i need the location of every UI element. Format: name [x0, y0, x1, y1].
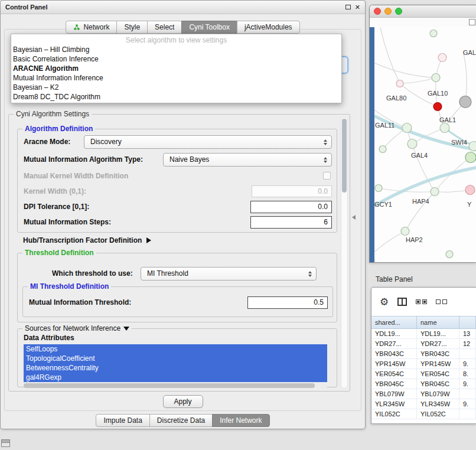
window-zoom-button[interactable]: [395, 8, 402, 15]
threshold-definition-group: Threshold Definition Which threshold to …: [17, 253, 337, 322]
network-node[interactable]: [465, 185, 475, 195]
network-node[interactable]: [446, 251, 453, 258]
minimized-panel-icon[interactable]: [1, 439, 10, 447]
tab-jactivemodules[interactable]: jActiveModules: [237, 21, 300, 34]
control-panel-titlebar[interactable]: Control Panel ✕: [1, 1, 365, 14]
network-node[interactable]: [432, 74, 440, 82]
network-node[interactable]: [433, 103, 442, 111]
network-node[interactable]: [430, 30, 437, 37]
network-window-titlebar[interactable]: [370, 5, 476, 18]
network-node[interactable]: [402, 123, 412, 133]
network-node-label: GAL10: [428, 90, 448, 97]
table-row[interactable]: YLR345WYLR345W9.: [371, 399, 476, 409]
tab-network[interactable]: Network: [66, 21, 117, 34]
window-close-button[interactable]: [374, 8, 381, 15]
top-tab-bar: Network Style Select Cyni Toolbox jActiv…: [1, 21, 365, 34]
tab-label: Impute Data: [103, 416, 142, 425]
table-cell: YIL052C: [371, 409, 417, 419]
settings-scrollbar[interactable]: [341, 117, 348, 389]
settings-scrollbar-thumb[interactable]: [342, 119, 347, 193]
dpi-tolerance-field[interactable]: 0.0: [250, 201, 332, 213]
collapse-down-icon: [123, 327, 129, 331]
network-edge[interactable]: [380, 28, 400, 84]
kernel-width-field[interactable]: 0.0: [252, 185, 332, 197]
network-node[interactable]: [440, 123, 449, 133]
column-header-clipped[interactable]: [459, 317, 476, 328]
tab-cyni-toolbox[interactable]: Cyni Toolbox: [181, 21, 237, 34]
mi-algorithm-type-combobox[interactable]: Naive Bayes: [163, 153, 332, 167]
sources-expander[interactable]: Sources for Network Inference: [22, 324, 132, 332]
algorithm-menu-item[interactable]: Bayesian – Hill Climbing: [11, 45, 341, 54]
network-edge[interactable]: [463, 51, 467, 102]
table-row[interactable]: YBR043CYBR043C: [371, 349, 476, 359]
desktop: Control Panel ✕ Network Style: [0, 0, 476, 450]
network-node[interactable]: [431, 188, 439, 196]
select-columns-icon[interactable]: [397, 298, 407, 306]
deselect-all-icon[interactable]: [436, 299, 447, 304]
algorithm-menu-item[interactable]: Bayesian – K2: [11, 83, 341, 92]
column-header-shared-name[interactable]: shared...: [371, 317, 417, 328]
tab-impute-data[interactable]: Impute Data: [96, 414, 149, 427]
birdseye-toggle-button[interactable]: [469, 19, 475, 25]
network-edge[interactable]: [374, 231, 405, 252]
network-node[interactable]: [396, 80, 403, 87]
network-node-label: HAP4: [412, 198, 429, 205]
algorithm-menu-item[interactable]: ARACNE Algorithm: [11, 64, 341, 73]
algorithm-menu-item[interactable]: Mutual Information Inference: [11, 73, 341, 83]
apply-button[interactable]: Apply: [163, 395, 203, 408]
attribute-list-item[interactable]: gal4RGexp: [24, 373, 327, 382]
attribute-list-item[interactable]: SelfLoops: [24, 344, 327, 354]
window-minimize-button[interactable]: [384, 8, 392, 15]
manual-kernel-width-checkbox[interactable]: [323, 172, 331, 180]
hub-definition-expander[interactable]: Hub/Transcription Factor Definition: [23, 236, 151, 244]
tab-style[interactable]: Style: [116, 21, 148, 34]
algorithm-menu-item[interactable]: Basic Correlation Inference: [11, 54, 341, 64]
network-node[interactable]: [375, 185, 382, 192]
table-row[interactable]: YDR27...YDR27...12: [371, 339, 476, 349]
combo-arrows-icon: [324, 157, 327, 163]
table-row[interactable]: YBL079WYBL079W: [371, 389, 476, 399]
tab-label: jActiveModules: [244, 23, 292, 31]
gear-icon[interactable]: ⚙: [380, 297, 389, 307]
algorithm-definition-title: Algorithm Definition: [22, 125, 95, 133]
unchecked-box-icon: [442, 299, 447, 304]
mi-steps-field[interactable]: 6: [250, 216, 332, 229]
network-edge[interactable]: [435, 190, 470, 193]
network-node[interactable]: [407, 139, 417, 149]
attribute-list-item[interactable]: BetweennessCentrality: [24, 363, 327, 373]
table-row[interactable]: YER054CYER054C8.: [371, 369, 476, 379]
network-canvas[interactable]: GALGAL80GAL10GAL11GAL1SWI4GAL4GCY1HAP4YH…: [374, 27, 476, 262]
network-node[interactable]: [438, 54, 446, 62]
column-header-name[interactable]: name: [417, 317, 459, 328]
panel-collapse-handle[interactable]: [352, 215, 356, 220]
tab-infer-network[interactable]: Infer Network: [212, 414, 269, 427]
table-cell: 13: [459, 329, 476, 338]
network-node[interactable]: [465, 152, 476, 163]
network-node[interactable]: [379, 146, 386, 153]
table-cell: YBR045C: [371, 379, 417, 389]
network-node[interactable]: [469, 142, 476, 151]
attributes-hscrollbar[interactable]: [24, 383, 327, 388]
network-edge[interactable]: [374, 63, 436, 78]
network-node[interactable]: [459, 96, 471, 108]
algorithm-menu-item[interactable]: Dream8 DC_TDC Algorithm: [11, 92, 341, 102]
network-node-label: GAL: [463, 49, 476, 56]
aracne-mode-combobox[interactable]: Discovery: [84, 135, 332, 149]
table-row[interactable]: YDL19...YDL19...13: [371, 329, 476, 339]
network-edge[interactable]: [400, 78, 436, 84]
tab-select[interactable]: Select: [147, 21, 182, 34]
table-row[interactable]: YBR045CYBR045C9.: [371, 379, 476, 389]
network-node[interactable]: [401, 227, 409, 236]
table-row[interactable]: YIL052CYIL052C: [371, 409, 476, 419]
attribute-list-item[interactable]: TopologicalCoefficient: [24, 354, 327, 363]
tab-discretize-data[interactable]: Discretize Data: [149, 414, 213, 427]
mi-threshold-field[interactable]: 0.5: [247, 296, 328, 309]
combo-arrows-icon: [324, 139, 327, 145]
select-all-icon[interactable]: [416, 299, 427, 304]
tab-label: Select: [155, 23, 174, 31]
which-threshold-combobox[interactable]: MI Threshold: [141, 267, 317, 281]
table-row[interactable]: YPR145WYPR145W9.: [371, 359, 476, 369]
attributes-hscrollbar-thumb[interactable]: [24, 383, 315, 388]
float-window-icon[interactable]: [345, 5, 351, 9]
close-icon[interactable]: ✕: [355, 4, 360, 11]
